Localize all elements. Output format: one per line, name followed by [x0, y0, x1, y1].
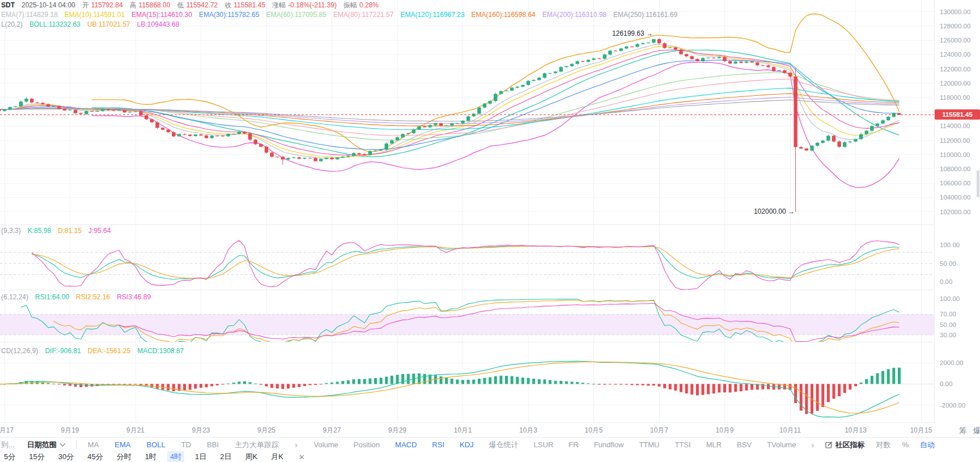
kdj-axis-label: 50.00	[940, 260, 956, 267]
label-segment: LB:109443.68	[137, 20, 180, 28]
truncated-left-label[interactable]: 到...	[1, 440, 15, 450]
label-segment: 振幅	[343, 1, 357, 9]
label-segment: 涨幅	[272, 1, 286, 9]
label-segment: EMA(10):114591.01	[65, 11, 125, 19]
tf-1mo[interactable]: 月K	[268, 451, 286, 462]
label-segment: 开	[82, 1, 89, 9]
chip-distribution-tab[interactable]: 筹	[959, 426, 966, 436]
tab-fundflow[interactable]: Fundflow	[594, 440, 624, 449]
price-axis[interactable]: 115581.45 130000.00128000.00126000.00124…	[934, 0, 980, 423]
tab-bbi[interactable]: BBI	[207, 440, 219, 449]
time-axis-label: 10月13	[845, 426, 867, 435]
price-axis-label: 118000.00	[940, 94, 970, 101]
tab-position[interactable]: Position	[354, 440, 380, 449]
label-segment: EMA(7):114829.18	[1, 11, 58, 19]
scrollbar-thumb[interactable]	[977, 170, 979, 197]
macd-axis-label: 2000.00	[940, 359, 964, 366]
label-segment: 高	[130, 1, 137, 9]
ema-header-row: EMA(7):114829.18EMA(10):114591.01EMA(15)…	[1, 11, 684, 19]
time-axis-label: 9月21	[126, 426, 145, 435]
chevron-down-icon	[60, 440, 65, 446]
label-segment: RSI1:64.00	[35, 293, 69, 301]
price-axis-label: 124000.00	[940, 51, 970, 58]
label-segment: J:95.64	[88, 227, 111, 235]
label-segment: D:81.15	[58, 227, 82, 235]
symbol-fragment: SDT	[1, 1, 15, 9]
toolbar-sub-group: VolumePositionMACDRSIKDJ爆仓统计LSURFRFundfl…	[313, 440, 814, 450]
time-axis-label: 9月19	[61, 426, 79, 435]
price-axis-label: 130000.00	[940, 9, 970, 15]
timeframe-toolbar: 5分15分30分45分分时1时4时1日2日周K月K✕	[0, 452, 980, 462]
label-segment: (6,12,24)	[1, 293, 28, 301]
tf-4h[interactable]: 4时	[167, 451, 184, 462]
time-axis-label: 10月3	[519, 426, 537, 435]
label-segment: EMA(120):116967.23	[400, 11, 464, 19]
low-price-annotation: 102000.00 →	[729, 207, 795, 215]
tf-timeline[interactable]: 分时	[114, 451, 134, 462]
time-axis[interactable]: 9月179月199月219月239月259月279月2910月110月310月5…	[0, 423, 980, 437]
label-segment: 115542.72	[186, 1, 218, 9]
tf-45m[interactable]: 45分	[84, 451, 105, 462]
tab-boll[interactable]: BOLL	[147, 440, 166, 449]
community-indicator-button[interactable]: 社区指标	[825, 440, 864, 450]
label-segment: EMA(80):117221.57	[333, 11, 394, 19]
tf-30m[interactable]: 30分	[56, 451, 77, 462]
tab-bsv[interactable]: BSV	[737, 440, 752, 449]
tf-1d[interactable]: 1日	[192, 451, 209, 462]
price-axis-label: 112000.00	[940, 137, 970, 144]
price-axis-label: 122000.00	[940, 66, 970, 73]
rsi-axis-label: 100.00	[940, 295, 960, 302]
more-indicators-arrow[interactable]: ›	[295, 441, 298, 448]
time-axis-label: 10月15	[910, 426, 932, 435]
label-segment: -0.18%(-211.39)	[288, 1, 337, 9]
rsi-axis-label: 70.00	[940, 311, 956, 317]
tf-15m[interactable]: 15分	[26, 451, 47, 462]
date-range-button[interactable]: 日期范围	[27, 440, 65, 450]
ohlc-header-row: SDT2025-10-14 04:00开115792.84高115868.00低…	[1, 1, 385, 10]
percent-scale-button[interactable]: %	[902, 440, 909, 449]
tab-volume[interactable]: Volume	[313, 440, 338, 449]
label-segment: EMA(30):115782.65	[199, 11, 260, 19]
time-axis-label: 9月29	[388, 426, 406, 435]
log-scale-button[interactable]: 对数	[876, 440, 890, 450]
price-axis-label: 128000.00	[940, 23, 970, 29]
tf-1h[interactable]: 1时	[142, 451, 159, 462]
price-axis-label: 110000.00	[940, 151, 970, 158]
tab-ttmu[interactable]: TTMU	[639, 440, 659, 449]
rsi-axis-label: 50.00	[940, 321, 956, 328]
label-segment: BOLL:113232.63	[29, 20, 80, 28]
tf-1w[interactable]: 周K	[243, 451, 261, 462]
tab-ttsi[interactable]: TTSI	[674, 440, 690, 449]
tab-macd[interactable]: MACD	[395, 440, 417, 449]
tab-liquidation-stats[interactable]: 爆仓统计	[489, 440, 519, 450]
indicator-toolbar: 到...日期范围MAEMABOLLTDBBI主力大单跟踪›VolumePosit…	[0, 437, 980, 452]
tab-tvolume[interactable]: TVolume	[767, 440, 796, 449]
tab-mlr[interactable]: MLR	[706, 440, 722, 449]
time-axis-label: 9月27	[323, 426, 341, 435]
auto-scale-button[interactable]: 自动	[920, 440, 935, 450]
tf-5m[interactable]: 5分	[1, 451, 18, 462]
tab-rsi[interactable]: RSI	[432, 440, 444, 449]
tab-kdj[interactable]: KDJ	[460, 440, 474, 449]
tab-fr[interactable]: FR	[569, 440, 578, 449]
time-axis-label: 10月11	[779, 426, 801, 435]
time-axis-label: 9月25	[257, 426, 275, 435]
label-segment: 115868.00	[139, 1, 171, 9]
close-timeframe-icon[interactable]: ✕	[299, 453, 305, 461]
rsi-axis-label: 30.00	[940, 332, 956, 338]
tab-ema[interactable]: EMA	[114, 440, 130, 449]
tab-lsur[interactable]: LSUR	[534, 440, 554, 449]
candle-datetime: 2025-10-14 04:00	[22, 1, 75, 9]
tab-main-order-tracking[interactable]: 主力大单跟踪	[235, 440, 279, 450]
time-axis-label: 10月7	[650, 426, 668, 435]
time-axis-label: 10月1	[453, 426, 472, 435]
tab-ma[interactable]: MA	[88, 440, 99, 449]
label-segment: CD(12,26,9)	[1, 347, 38, 355]
label-segment: MACD:1308.87	[137, 347, 184, 355]
toolbar-left-group: 到...日期范围MAEMABOLLTDBBI主力大单跟踪›	[0, 440, 298, 450]
tf-2d[interactable]: 2日	[217, 451, 234, 462]
liquidation-map-tab[interactable]: 爆	[973, 426, 980, 436]
label-segment: RSI2:52.16	[76, 293, 110, 301]
label-segment: 0.28%	[359, 1, 379, 9]
tab-td[interactable]: TD	[181, 440, 191, 449]
